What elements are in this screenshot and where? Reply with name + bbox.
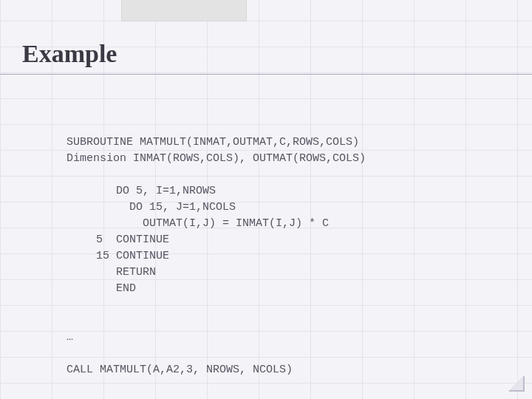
code-line: RETURN xyxy=(96,266,156,279)
code-line: OUTMAT(I,J) = INMAT(I,J) * C xyxy=(96,217,329,230)
code-line: CALL MATMULT(A,A2,3, NROWS, NCOLS) xyxy=(66,364,293,376)
code-line: 15 CONTINUE xyxy=(96,250,169,262)
code-line: DO 5, I=1,NROWS xyxy=(96,185,216,197)
code-line: Dimension INMAT(ROWS,COLS), OUTMAT(ROWS,… xyxy=(66,152,366,165)
code-ellipsis: … xyxy=(66,331,73,344)
code-line: DO 15, J=1,NCOLS xyxy=(96,201,236,214)
code-block: SUBROUTINE MATMULT(INMAT,OUTMAT,C,ROWS,C… xyxy=(66,118,366,378)
slide-heading: Example xyxy=(22,40,117,68)
code-line: END xyxy=(96,282,136,295)
code-line: 5 CONTINUE xyxy=(96,233,169,246)
heading-underline xyxy=(0,74,532,75)
code-line: SUBROUTINE MATMULT(INMAT,OUTMAT,C,ROWS,C… xyxy=(66,136,359,149)
page-curl-icon xyxy=(508,375,525,392)
title-bar-placeholder xyxy=(121,0,247,21)
